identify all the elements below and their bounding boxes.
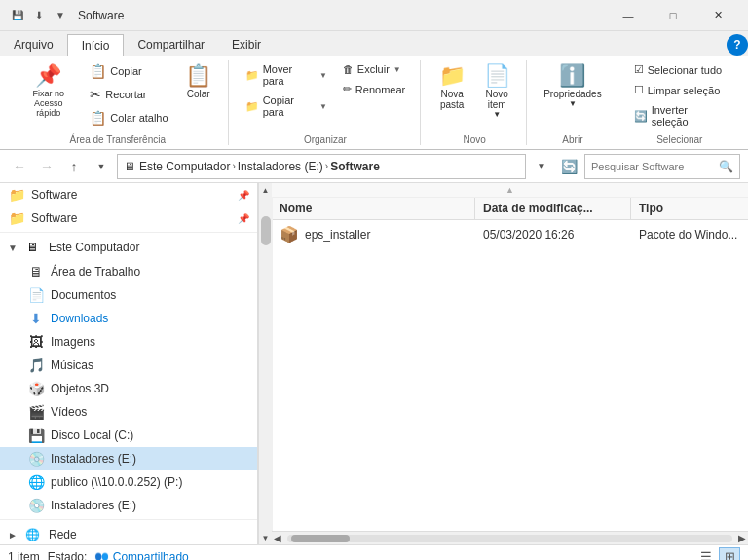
move-to-button[interactable]: 📁 Mover para ▼ — [239, 60, 334, 90]
sidebar-item-desktop[interactable]: 🖥 Área de Trabalho — [0, 260, 257, 283]
properties-button[interactable]: ℹ️ Propriedades ▼ — [537, 60, 608, 113]
window-title: Software — [78, 9, 606, 22]
close-button[interactable]: ✕ — [695, 0, 740, 31]
status-bar: 1 item Estado: 👥 Compartilhado ☰ ⊞ — [0, 544, 748, 560]
breadcrumb[interactable]: 🖥 Este Computador › Instaladores (E:) › … — [117, 154, 526, 179]
breadcrumb-sep-1: › — [232, 161, 235, 171]
copy-icon: 📋 — [90, 63, 106, 79]
col-date[interactable]: Data de modificaç... — [475, 198, 631, 219]
quick-access-down[interactable]: ⬇ — [29, 6, 49, 25]
sidebar-item-software-2[interactable]: 📁 Software 📌 — [0, 206, 257, 230]
breadcrumb-software: Software — [330, 160, 380, 173]
refresh-button[interactable]: 🔄 — [557, 155, 580, 178]
sidebar-item-software-1[interactable]: 📁 Software 📌 — [0, 183, 257, 206]
scroll-thumb-h[interactable] — [291, 535, 350, 542]
sidebar-item-instaladores-e[interactable]: 💿 Instaladores (E:) — [0, 447, 257, 470]
scroll-right-button[interactable]: ▶ — [736, 533, 748, 543]
sidebar-item-publico[interactable]: 🌐 publico (\\10.0.0.252) (P:) — [0, 470, 257, 494]
file-row[interactable]: 📦 eps_installer 05/03/2020 16:26 Pacote … — [272, 220, 748, 249]
ribbon-select-col: ☑ Selecionar tudo ☐ Limpar seleção 🔄 Inv… — [627, 60, 732, 131]
file-area: ▲ Nome Data de modificaç... Tipo 📦 eps_i… — [272, 183, 748, 544]
maximize-button[interactable]: □ — [651, 0, 695, 31]
pin-indicator-2: 📌 — [238, 213, 249, 224]
sidebar-software-2-label: Software — [31, 211, 77, 225]
sidebar-item-documents[interactable]: 📄 Documentos — [0, 283, 257, 307]
scroll-track-h[interactable] — [287, 535, 732, 542]
scroll-thumb[interactable] — [261, 216, 271, 245]
clear-sel-button[interactable]: ☐ Limpar seleção — [627, 81, 732, 99]
network-expand-icon[interactable]: ► — [8, 530, 19, 541]
tab-exibir[interactable]: Exibir — [218, 34, 275, 56]
desktop-label: Área de Trabalho — [51, 265, 140, 279]
cut-button[interactable]: ✂ Recortar — [83, 84, 174, 105]
copyto-icon: 📁 — [245, 100, 259, 113]
col-name[interactable]: Nome — [272, 198, 475, 219]
breadcrumb-thispc-icon: 🖥 — [124, 160, 135, 173]
new-folder-button[interactable]: 📁 Novapasta — [430, 60, 473, 115]
delete-button[interactable]: 🗑 Excluir ▼ — [336, 60, 412, 78]
desktop-icon: 🖥 — [27, 263, 45, 280]
back-button[interactable]: ← — [8, 155, 31, 178]
list-view-button[interactable]: ☰ — [695, 547, 717, 561]
ribbon-tabs: Arquivo Início Compartilhar Exibir ? — [0, 31, 748, 56]
shared-label[interactable]: 👥 Compartilhado — [94, 550, 188, 561]
move-label: Mover para — [263, 63, 316, 87]
sidebar-item-3d[interactable]: 🎲 Objetos 3D — [0, 377, 257, 400]
thispc-expand-icon[interactable]: ▼ — [8, 243, 19, 253]
sidebar: 📁 Software 📌 📁 Software 📌 ▼ 🖥 Este Compu… — [0, 183, 258, 544]
view-buttons: ☰ ⊞ — [695, 547, 740, 561]
copy-to-button[interactable]: 📁 Copiar para ▼ — [239, 92, 334, 121]
forward-button[interactable]: → — [35, 155, 58, 178]
search-icon[interactable]: 🔍 — [719, 160, 733, 173]
new-item-label: Novoitem — [486, 89, 508, 110]
search-input[interactable] — [591, 161, 719, 172]
sidebar-item-instaladores-e-2[interactable]: 💿 Instaladores (E:) — [0, 494, 257, 517]
thispc-icon: 🖥 — [23, 239, 41, 256]
scroll-left-button[interactable]: ◀ — [272, 533, 283, 543]
tab-inicio[interactable]: Início — [67, 34, 125, 56]
col-type[interactable]: Tipo — [631, 198, 748, 219]
shared-icon: 👥 — [94, 550, 109, 561]
sidebar-divider-1 — [0, 232, 257, 233]
new-item-button[interactable]: 📄 Novoitem ▼ — [475, 60, 518, 124]
address-dropdown-button[interactable]: ▼ — [530, 155, 553, 178]
clear-sel-label: Limpar seleção — [648, 85, 721, 96]
rename-button[interactable]: ✏ Renomear — [336, 80, 412, 98]
quick-access-save[interactable]: 💾 — [8, 6, 27, 25]
scroll-up-button[interactable]: ▲ — [259, 183, 273, 197]
tab-compartilhar[interactable]: Compartilhar — [124, 34, 218, 56]
minimize-button[interactable]: — — [606, 0, 651, 31]
search-box[interactable]: 🔍 — [584, 154, 740, 179]
pin-button[interactable]: 📌 Fixar noAcesso rápido — [16, 60, 81, 123]
horizontal-scrollbar[interactable]: ◀ ▶ — [272, 531, 748, 544]
shared-text: Compartilhado — [113, 550, 189, 561]
up-button[interactable]: ↑ — [62, 155, 86, 178]
paste-shortcut-button[interactable]: 📋 Colar atalho — [83, 107, 174, 129]
scroll-track[interactable] — [259, 197, 273, 531]
select-all-button[interactable]: ☑ Selecionar tudo — [627, 60, 732, 79]
paste-button[interactable]: 📋 Colar — [177, 60, 220, 104]
file-date: 05/03/2020 16:26 — [475, 225, 631, 244]
videos-label: Vídeos — [51, 405, 87, 419]
folder-icon-1: 📁 — [8, 186, 25, 204]
copy-button[interactable]: 📋 Copiar — [83, 60, 174, 82]
ribbon-select-items: ☑ Selecionar tudo ☐ Limpar seleção 🔄 Inv… — [627, 60, 732, 131]
sidebar-scrollbar[interactable]: ▲ ▼ — [258, 183, 272, 544]
sidebar-item-videos[interactable]: 🎬 Vídeos — [0, 400, 257, 424]
sidebar-item-diskc[interactable]: 💾 Disco Local (C:) — [0, 424, 257, 447]
scroll-down-button[interactable]: ▼ — [259, 531, 273, 544]
recent-locations-button[interactable]: ▼ — [90, 155, 113, 178]
sidebar-item-music[interactable]: 🎵 Músicas — [0, 354, 257, 377]
invert-sel-button[interactable]: 🔄 Inverter seleção — [627, 101, 732, 131]
novo-label: Novo — [430, 131, 518, 145]
sidebar-item-downloads[interactable]: ⬇ Downloads — [0, 307, 257, 330]
sidebar-item-images[interactable]: 🖼 Imagens — [0, 330, 257, 354]
new-item-icon: 📄 — [484, 65, 510, 87]
tab-arquivo[interactable]: Arquivo — [0, 34, 67, 56]
help-button[interactable]: ? — [727, 34, 748, 56]
thispc-label[interactable]: Este Computador — [49, 241, 139, 254]
quick-access-dropdown[interactable]: ▼ — [51, 6, 70, 25]
network-label[interactable]: Rede — [49, 528, 77, 541]
invert-sel-label: Inverter seleção — [652, 104, 726, 128]
tiles-view-button[interactable]: ⊞ — [719, 547, 740, 561]
